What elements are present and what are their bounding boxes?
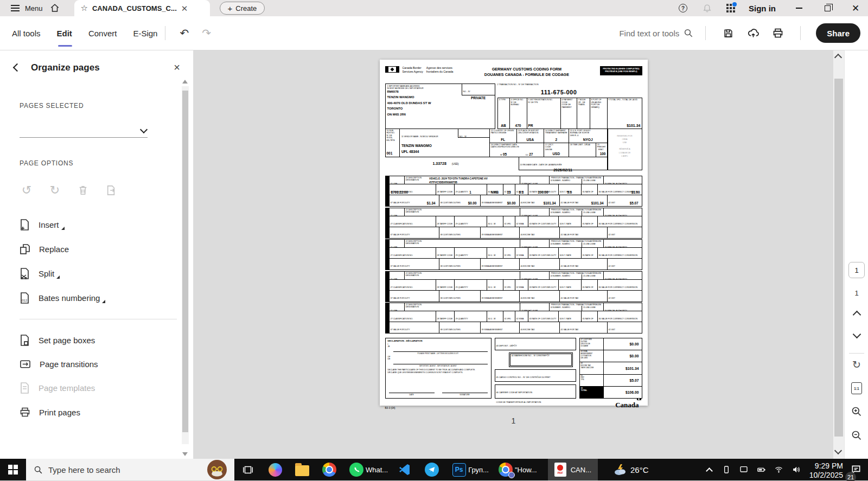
- notification-center-button[interactable]: 21: [844, 459, 868, 480]
- clock-widget[interactable]: 9:29 PM 10/2/2025: [805, 459, 843, 480]
- actual-size-button[interactable]: 1:1: [845, 382, 868, 394]
- avatar-icon: [207, 460, 227, 479]
- rotate-left-button[interactable]: ↺: [20, 183, 34, 197]
- star-icon[interactable]: ☆: [81, 3, 88, 13]
- start-button[interactable]: [0, 459, 26, 480]
- redo-button[interactable]: ↷: [195, 27, 218, 40]
- delete-page-button[interactable]: [76, 183, 90, 197]
- scroll-down-icon[interactable]: [182, 452, 188, 456]
- file-explorer-button[interactable]: [289, 459, 316, 480]
- tray-battery-button[interactable]: [753, 459, 769, 480]
- search-icon[interactable]: [684, 28, 693, 38]
- tray-phone-link-button[interactable]: [736, 459, 752, 480]
- document-tab[interactable]: ☆ CANADA_CUSTOMS_C... ✕: [74, 0, 210, 16]
- tray-expand-button[interactable]: [701, 459, 717, 480]
- toolbar-divider: [165, 26, 165, 40]
- weather-icon: [613, 463, 627, 476]
- scroll-up-icon[interactable]: [834, 54, 842, 61]
- close-button[interactable]: ✕: [843, 0, 868, 16]
- home-button[interactable]: [43, 0, 67, 16]
- current-page-input[interactable]: [848, 262, 865, 278]
- print-pages-icon: [20, 407, 30, 418]
- tray-wifi-button[interactable]: [770, 459, 787, 480]
- copilot-button[interactable]: [261, 459, 289, 480]
- restore-button[interactable]: [815, 0, 840, 16]
- save-button[interactable]: [718, 23, 738, 43]
- pages-selected-dropdown[interactable]: [20, 110, 148, 138]
- create-button[interactable]: + Create: [220, 2, 265, 15]
- replace-item[interactable]: Replace: [20, 237, 174, 261]
- document-scrollbar[interactable]: [833, 50, 844, 459]
- form-value: $101.34: [544, 201, 556, 205]
- taskbar-search[interactable]: [26, 459, 234, 480]
- bates-numbering-item[interactable]: 012 Bates numbering: [20, 286, 174, 310]
- task-view-button[interactable]: [234, 459, 261, 480]
- tab-all-tools[interactable]: All tools: [12, 16, 41, 50]
- vscode-button[interactable]: [391, 459, 418, 480]
- zoom-out-button[interactable]: [845, 430, 868, 441]
- copilot-icon: [269, 463, 282, 477]
- extract-page-button[interactable]: [104, 183, 118, 197]
- grand-total-value: $106.00: [604, 387, 642, 398]
- acrobat-app-button[interactable]: PDF CAN...: [548, 459, 598, 480]
- tab-edit[interactable]: Edit: [57, 16, 72, 50]
- menu-button[interactable]: Menu: [25, 4, 43, 12]
- search-highlight-avatar[interactable]: [207, 460, 227, 481]
- chrome-button[interactable]: [316, 459, 343, 480]
- sign-in-button[interactable]: Sign in: [749, 4, 776, 13]
- close-icon: ✕: [852, 3, 859, 14]
- print-pages-item[interactable]: Print pages: [20, 400, 174, 424]
- photoshop-button[interactable]: Ps: [445, 459, 473, 480]
- tray-volume-button[interactable]: [788, 459, 804, 480]
- undo-button[interactable]: ↶: [173, 27, 195, 40]
- rotate-page-button[interactable]: ↻: [845, 358, 868, 371]
- split-item[interactable]: Split: [20, 261, 174, 286]
- pages-selected-label: PAGES SELECTED: [20, 102, 174, 110]
- tab-convert[interactable]: Convert: [88, 16, 117, 50]
- form-value: $0.00: [604, 350, 642, 362]
- set-page-boxes-item[interactable]: Set page boxes: [20, 328, 174, 352]
- tray-device-button[interactable]: [718, 459, 735, 480]
- panel-scrollbar[interactable]: [182, 79, 189, 452]
- previous-page-button[interactable]: [845, 312, 868, 318]
- panel-close-icon[interactable]: ×: [170, 61, 183, 74]
- rotate-right-button[interactable]: ↻: [48, 183, 62, 197]
- find-input[interactable]: [598, 29, 679, 38]
- tab-esign[interactable]: E-Sign: [133, 16, 157, 50]
- form-label: 38 CUSTOMS DUTIES DROITS DE DOUANE: [441, 297, 461, 302]
- form-label: 43 DEPOSIT - DÉPÔT: [496, 345, 517, 347]
- menu-icon[interactable]: [0, 0, 26, 16]
- exchange-rate-value: 1.33728: [433, 162, 446, 165]
- taskbar-search-input[interactable]: [48, 465, 173, 474]
- tab-close-icon[interactable]: ✕: [181, 4, 188, 12]
- form-label: 30 U - M: [488, 254, 496, 256]
- organize-pages-panel: Organize pages × PAGES SELECTED PAGE OPT…: [0, 50, 194, 459]
- page-transitions-item[interactable]: Page transitions: [20, 352, 174, 376]
- zoom-in-button[interactable]: [845, 406, 868, 417]
- line-item-block: 21 LINE LIGNE001 22 DESCRIPTION DESIGNAT…: [385, 176, 642, 207]
- scroll-up-icon[interactable]: [182, 80, 188, 84]
- panel-scrollbar-thumb[interactable]: [182, 91, 188, 432]
- document-scrollbar-thumb[interactable]: [834, 79, 843, 437]
- pdf-page[interactable]: Canada Border Services Agency Agence des…: [380, 60, 648, 406]
- minimize-button[interactable]: [787, 0, 812, 16]
- telegram-button[interactable]: [418, 459, 445, 480]
- back-icon[interactable]: [13, 63, 22, 72]
- insert-item[interactable]: Insert: [20, 213, 174, 237]
- next-page-button[interactable]: [845, 335, 868, 337]
- weather-widget[interactable]: 26°C: [613, 463, 649, 476]
- upload-cloud-button[interactable]: [743, 23, 763, 43]
- chrome-profile-button[interactable]: [492, 459, 519, 480]
- help-button[interactable]: ?: [673, 0, 693, 16]
- share-button[interactable]: Share: [816, 23, 860, 43]
- find-bar[interactable]: [598, 28, 693, 38]
- document-canvas[interactable]: Canada Border Services Agency Agence des…: [194, 50, 833, 459]
- whatsapp-button[interactable]: [343, 459, 370, 480]
- print-button[interactable]: [768, 23, 788, 43]
- apps-grid-button[interactable]: [720, 0, 741, 16]
- scroll-down-icon[interactable]: [834, 447, 842, 454]
- form-label: 19 FREIGHT - FRET: [597, 144, 606, 151]
- form-value: AB: [499, 124, 508, 128]
- notifications-button[interactable]: [697, 0, 717, 16]
- form-code: B3-3 (04): [385, 407, 395, 409]
